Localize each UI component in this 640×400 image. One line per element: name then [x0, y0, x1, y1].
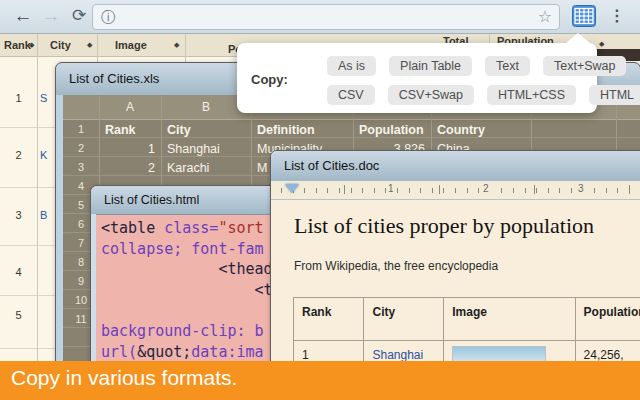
sheet-header-country: Country [437, 123, 485, 137]
browser-window: Rank ◆ City ◆ Image ◆ Pop Total Populati… [0, 0, 640, 400]
doc-window-titlebar[interactable]: List of Cities.doc [271, 151, 640, 182]
row-number[interactable]: 1 [63, 123, 99, 135]
sheet-header-rank: Rank [105, 123, 136, 137]
sheet-cell: 1 [99, 142, 155, 156]
doc-header-image: Image [444, 298, 575, 340]
grid-line [37, 33, 38, 361]
doc-header-rank: Rank [294, 298, 364, 340]
xls-window-title: List of Cities.xls [56, 71, 159, 86]
ruler-number: 2 [481, 183, 491, 194]
back-icon[interactable]: ← [10, 3, 36, 29]
sheet-cell: Karachi [167, 161, 209, 175]
ruler-number: 1 [386, 183, 396, 194]
html-window-titlebar[interactable]: List of Cities.html [91, 186, 287, 215]
menu-icon[interactable]: ⋮ [604, 3, 630, 29]
page-col-city[interactable]: City [50, 39, 71, 51]
copy-buttons-row-1: As is Plain Table Text Text+Swap [327, 56, 626, 76]
sort-icon[interactable]: ◆ [87, 41, 92, 49]
info-icon[interactable]: ⓘ [101, 5, 115, 29]
sheet-cell: M [257, 161, 267, 175]
ruler: 1 2 3 [271, 181, 640, 200]
csv-button[interactable]: CSV [327, 85, 375, 105]
html-left-strip [91, 214, 96, 364]
ruler-mark [439, 185, 440, 194]
doc-subtitle: From Wikipedia, the free encyclopedia [294, 259, 498, 273]
doc-header-population: Population [576, 298, 640, 340]
indent-marker-icon[interactable] [285, 184, 299, 193]
page-city-link[interactable]: B [40, 209, 47, 221]
html-css-button[interactable]: HTML+CSS [487, 85, 576, 105]
sort-icon[interactable]: ◆ [599, 40, 604, 48]
page-city-link[interactable]: K [40, 149, 47, 161]
row-number[interactable]: 2 [63, 142, 99, 154]
ruler-mark [344, 185, 345, 194]
sheet-header-population: Population [359, 123, 424, 137]
ruler-number: 3 [576, 183, 586, 194]
page-rank-cell: 5 [0, 309, 37, 321]
as-is-button[interactable]: As is [327, 56, 376, 76]
doc-heading: List of cities proper by population [294, 213, 594, 239]
forward-icon[interactable]: → [38, 3, 64, 29]
page-col-rank[interactable]: Rank [4, 39, 31, 51]
sort-icon[interactable]: ◆ [29, 41, 34, 49]
xls-column-a[interactable]: A [99, 95, 161, 119]
sheet-header-definition: Definition [257, 123, 315, 137]
html-button[interactable]: HTML [589, 85, 640, 105]
copy-tables-extension-icon[interactable] [572, 5, 596, 31]
page-rank-cell: 3 [0, 209, 37, 221]
page-city-link[interactable]: S [40, 92, 47, 104]
caption-banner: Copy in various formats. [0, 361, 640, 400]
sheet-cell: Shanghai [167, 142, 220, 156]
page-rank-cell: 1 [0, 92, 37, 104]
code-block: <table class="sortcollapse; font-fam <th… [101, 219, 273, 364]
text-swap-button[interactable]: Text+Swap [543, 56, 627, 76]
doc-table-header-row: Rank City Image Population [294, 298, 640, 340]
xls-left-strip [56, 95, 63, 364]
ruler-mark [534, 185, 535, 194]
doc-window-title: List of Cities.doc [271, 158, 379, 173]
html-window-title: List of Cities.html [91, 193, 199, 207]
copy-popup: Copy: As is Plain Table Text Text+Swap C… [237, 43, 597, 113]
page-rank-cell: 4 [0, 266, 37, 278]
html-window: List of Cities.html <table class="sortco… [90, 185, 288, 365]
doc-header-city: City [364, 298, 444, 340]
sheet-cell: 2 [99, 161, 155, 175]
caption-text: Copy in various formats. [11, 366, 237, 390]
page-col-image[interactable]: Image [115, 39, 147, 51]
shanghai-link[interactable]: Shanghai [372, 348, 423, 362]
ruler-mark [629, 185, 630, 194]
refresh-icon[interactable]: ⟳ [66, 3, 92, 29]
browser-toolbar: ← → ⟳ ⓘ ☆ ⋮ [0, 0, 640, 34]
url-bar[interactable]: ⓘ ☆ [92, 4, 560, 30]
plain-table-button[interactable]: Plain Table [389, 56, 472, 76]
text-button[interactable]: Text [485, 56, 530, 76]
star-icon[interactable]: ☆ [538, 5, 552, 29]
popup-pointer [566, 33, 590, 43]
copy-label: Copy: [251, 72, 288, 87]
sort-icon[interactable]: ◆ [174, 41, 179, 49]
copy-buttons-row-2: CSV CSV+Swap HTML+CSS HTML [327, 85, 640, 105]
csv-swap-button[interactable]: CSV+Swap [388, 85, 474, 105]
row-number[interactable]: 3 [63, 161, 99, 173]
sheet-header-city: City [167, 123, 191, 137]
page-rank-cell: 2 [0, 149, 37, 161]
